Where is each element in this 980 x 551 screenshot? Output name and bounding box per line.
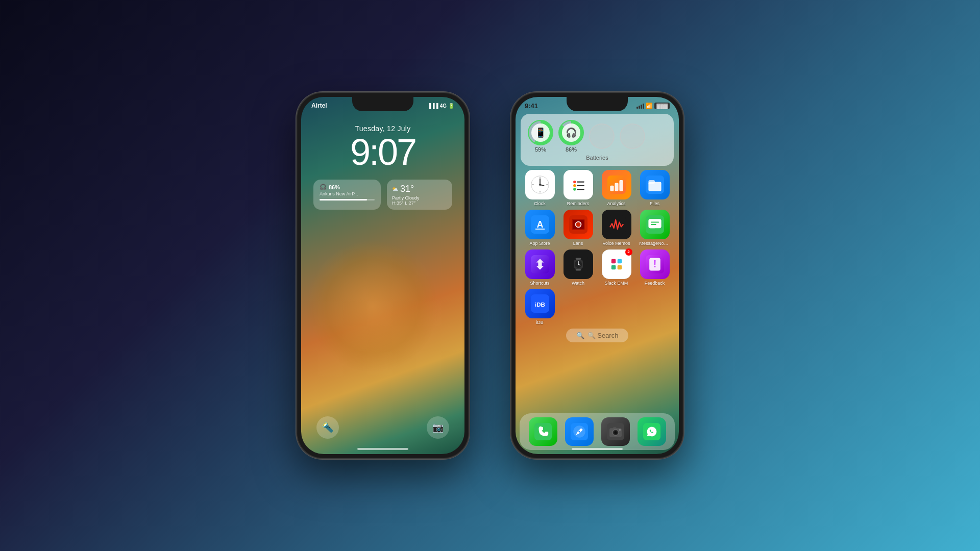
app-analytics[interactable]: Analytics [598,170,634,207]
network-label: 4G [440,103,447,109]
appstore-svg: A [531,215,549,234]
idb-icon: iDB [525,289,555,318]
app-messagenon[interactable]: MessageNon... [636,210,673,246]
empty-battery-1 [589,123,615,149]
files-label: Files [650,201,659,207]
feedback-icon: ! [640,249,670,279]
app-idb[interactable]: iDB iDB [522,289,558,325]
app-lens[interactable]: Lens [560,210,596,246]
weather-temp: 31° [400,184,414,194]
svg-rect-22 [648,180,655,184]
app-reminders[interactable]: Reminders [560,170,596,207]
lens-svg [569,215,587,234]
app-files[interactable]: Files [636,170,673,207]
shortcuts-icon [525,249,555,279]
voicememos-svg [607,215,626,234]
slack-label: Slack EMM [605,281,628,286]
svg-rect-33 [648,219,661,228]
slack-icon: 2 [602,249,631,279]
airpods-battery: 86% [329,184,340,190]
weather-condition: Partly Cloudy [392,195,447,201]
camera-dock-icon [601,417,630,446]
home-notch [567,97,628,111]
app-appstore[interactable]: A App Store [522,210,558,246]
left-phone: Airtel ▐▐▐ 4G 🔋 Tuesday, 12 July 9:07 🎧 … [296,92,470,459]
watch-icon [564,249,593,279]
app-shortcuts[interactable]: Shortcuts [522,249,558,286]
airpods-widget: 🎧 86% Ankur's New AirP... [313,180,381,210]
dock-phone[interactable] [529,417,557,446]
svg-point-30 [576,222,580,227]
home-indicator [357,448,408,450]
phone-svg [534,423,552,440]
camera-svg [607,423,624,440]
svg-point-14 [573,188,576,190]
analytics-label: Analytics [607,201,625,207]
safari-svg [571,423,588,440]
reminders-icon [564,170,593,199]
airpods-battery-item: 🎧 86% [558,120,584,153]
bar4 [643,104,644,109]
home-time: 9:41 [525,102,538,110]
phone-dock-icon [529,417,557,446]
svg-text:iDB: iDB [534,302,545,308]
svg-rect-17 [610,186,614,191]
bar1 [636,107,638,109]
dock-camera[interactable] [601,417,630,446]
flashlight-icon: 🔦 [322,422,333,433]
files-icon [640,170,670,199]
camera-lock-icon: 📷 [432,422,444,433]
empty-battery-2 [620,123,645,149]
clock-label: Clock [534,201,546,207]
files-svg [646,176,664,194]
svg-point-59 [578,431,580,432]
batteries-label: Batteries [528,155,667,161]
lock-time: 9:07 [350,134,415,170]
flashlight-button[interactable]: 🔦 [316,416,339,439]
weather-widget: ⛅ 31° Partly Cloudy H:35° L:27° [387,180,452,210]
messagenon-icon [640,210,670,239]
app-voicememos[interactable]: Voice Memos [598,210,634,246]
svg-rect-45 [608,256,625,273]
iphone-battery-icon: 📱 [531,123,550,142]
svg-rect-47 [617,259,622,263]
svg-rect-9 [569,176,587,194]
svg-rect-48 [611,265,616,269]
bar2 [639,106,640,109]
battery-icon: 🔋 [448,103,454,109]
camera-lock-button[interactable]: 📷 [427,416,449,439]
voicememos-label: Voice Memos [602,241,630,246]
search-bar[interactable]: 🔍 🔍 Search [526,329,669,342]
app-feedback[interactable]: ! Feedback [636,249,673,286]
dock-whatsapp[interactable] [638,417,666,446]
iphone-battery-pct: 59% [535,146,546,153]
appstore-icon: A [525,210,555,239]
battery-progress [320,199,375,201]
app-clock[interactable]: Clock [522,170,558,207]
svg-rect-49 [617,265,622,269]
appstore-label: App Store [529,241,550,246]
search-pill[interactable]: 🔍 🔍 Search [566,329,629,342]
clock-svg [530,175,550,194]
messagenon-label: MessageNon... [640,241,670,246]
watch-svg [569,255,587,273]
dock-safari[interactable] [565,417,594,446]
analytics-icon [602,170,631,199]
airpods-battery-icon: 🎧 [562,123,580,142]
analytics-svg [607,176,626,194]
signal-icon: ▐▐▐ [427,103,438,109]
weather-icon: ⛅ [392,186,398,192]
app-slack[interactable]: 2 Slack EMM [598,249,634,286]
svg-rect-18 [615,183,618,191]
empty-circle-2 [620,123,645,149]
batteries-widget: 📱 59% 🎧 86% [521,114,674,166]
lock-widgets: 🎧 86% Ankur's New AirP... ⛅ 31° Partly C… [313,180,452,210]
safari-dock-icon [565,417,594,446]
whatsapp-dock-icon [638,417,666,446]
shortcuts-label: Shortcuts [530,281,549,286]
home-indicator-right [572,448,623,450]
app-watch[interactable]: Watch [560,249,596,286]
status-icons: ▐▐▐ 4G 🔋 [427,103,454,109]
airpods-name: Ankur's New AirP... [320,191,375,196]
lens-label: Lens [573,241,583,246]
